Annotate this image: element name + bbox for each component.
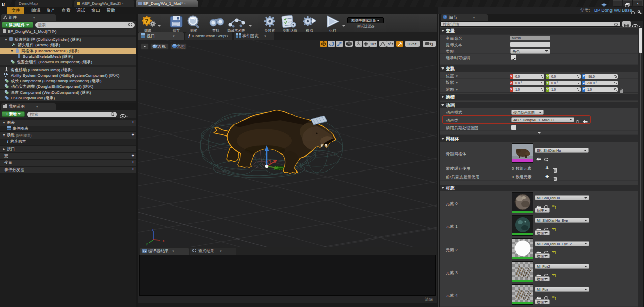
svg-text:z: z bbox=[152, 228, 154, 231]
svg-text:Y: Y bbox=[146, 243, 148, 246]
svg-text:X: X bbox=[162, 239, 165, 243]
svg-text:?: ? bbox=[145, 18, 148, 25]
svg-text:i: i bbox=[445, 15, 446, 19]
